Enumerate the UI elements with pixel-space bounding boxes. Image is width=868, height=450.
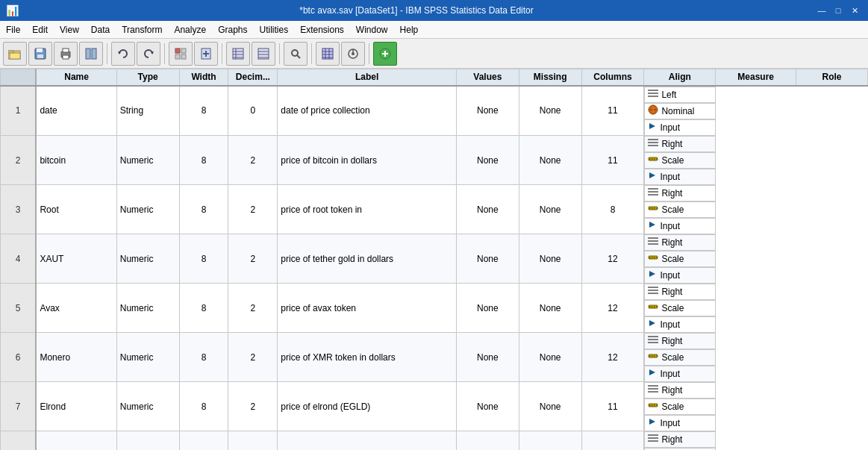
cell-role[interactable]: Input [644, 415, 715, 431]
cell-name[interactable]: XAUT [36, 234, 116, 284]
cell-decimals[interactable]: 2 [228, 333, 278, 382]
cell-missing[interactable]: None [519, 86, 581, 136]
cell-type[interactable]: Numeric [116, 185, 179, 234]
cell-label[interactable]: price of root token in [278, 185, 457, 234]
cell-align[interactable]: Right [644, 333, 715, 349]
cell-width[interactable]: 8 [179, 86, 228, 136]
header-measure[interactable]: Measure [716, 69, 796, 86]
cell-columns[interactable]: 12 [581, 333, 644, 382]
cell-measure[interactable]: Scale [644, 152, 715, 169]
cell-name[interactable]: Avax [36, 284, 116, 333]
chart-button[interactable] [341, 42, 365, 66]
table-row[interactable]: 2bitcoinNumeric82price of bitcoin in dol… [1, 136, 868, 185]
cell-measure[interactable]: Scale [644, 201, 715, 218]
cell-type[interactable]: Numeric [116, 284, 179, 333]
menu-graphs[interactable]: Graphs [212, 21, 253, 38]
split-file-button[interactable] [79, 42, 103, 66]
cell-values[interactable]: None [456, 185, 519, 234]
variable-view-table[interactable]: Name Type Width Decim... Label Values Mi… [0, 69, 868, 450]
cell-role[interactable]: Input [644, 119, 715, 136]
cell-type[interactable]: Numeric [116, 234, 179, 284]
data-view-button[interactable] [316, 42, 340, 66]
cell-role[interactable]: Input [644, 218, 715, 234]
cell-decimals[interactable]: 2 [228, 284, 278, 333]
cell-label[interactable]: price of elrond (EGLD) [278, 382, 457, 431]
menu-window[interactable]: Window [350, 21, 394, 38]
menu-help[interactable]: Help [394, 21, 425, 38]
menu-utilities[interactable]: Utilities [253, 21, 294, 38]
cell-missing[interactable]: None [519, 136, 581, 185]
cell-decimals[interactable]: 4 [228, 431, 278, 451]
cell-label[interactable]: price of avax token [278, 284, 457, 333]
cell-role[interactable]: Input [644, 366, 715, 382]
header-name[interactable]: Name [36, 69, 116, 86]
cell-values[interactable]: None [456, 284, 519, 333]
cell-label[interactable]: price of XMR token in dollars [278, 333, 457, 382]
header-role[interactable]: Role [796, 69, 868, 86]
cell-label[interactable]: price of polycub in dollars [278, 431, 457, 451]
cell-width[interactable]: 8 [179, 136, 228, 185]
cell-values[interactable]: None [456, 333, 519, 382]
cell-measure[interactable]: Scale [644, 349, 715, 366]
cell-columns[interactable]: 8 [581, 185, 644, 234]
cell-role[interactable]: Input [644, 267, 715, 284]
header-width[interactable]: Width [179, 69, 228, 86]
cell-decimals[interactable]: 2 [228, 382, 278, 431]
add-variable-button[interactable] [373, 42, 397, 66]
menu-extensions[interactable]: Extensions [294, 21, 350, 38]
cell-values[interactable]: None [456, 86, 519, 136]
cell-label[interactable]: date of price collection [278, 86, 457, 136]
cell-width[interactable]: 8 [179, 284, 228, 333]
table-row[interactable]: 8PolycubNumeric84price of polycub in dol… [1, 431, 868, 451]
cell-columns[interactable]: 10 [581, 431, 644, 451]
select-cases-button[interactable] [169, 42, 193, 66]
undo-button[interactable] [111, 42, 135, 66]
header-values[interactable]: Values [456, 69, 519, 86]
cell-name[interactable]: Elrond [36, 382, 116, 431]
cell-columns[interactable]: 12 [581, 234, 644, 284]
cell-measure[interactable]: Scale [644, 300, 715, 316]
cell-align[interactable]: Right [644, 382, 715, 399]
minimize-button[interactable]: — [814, 4, 829, 17]
header-label[interactable]: Label [278, 69, 457, 86]
cell-type[interactable]: String [116, 86, 179, 136]
cell-role[interactable]: Input [644, 169, 715, 185]
cell-values[interactable]: None [456, 234, 519, 284]
cell-type[interactable]: Numeric [116, 333, 179, 382]
cell-measure[interactable]: Nominal [644, 103, 715, 119]
find-button[interactable] [284, 42, 307, 66]
cell-missing[interactable]: None [519, 333, 581, 382]
close-button[interactable]: ✕ [847, 4, 862, 17]
header-columns[interactable]: Columns [581, 69, 644, 86]
header-align[interactable]: Align [644, 69, 716, 86]
cell-label[interactable]: price of bitcoin in dollars [278, 136, 457, 185]
save-button[interactable] [28, 42, 52, 66]
cell-name[interactable]: Root [36, 185, 116, 234]
data-editor-button[interactable] [252, 42, 275, 66]
value-labels-button[interactable] [226, 42, 250, 66]
menu-view[interactable]: View [54, 21, 85, 38]
cell-width[interactable]: 8 [179, 234, 228, 284]
cell-columns[interactable]: 12 [581, 284, 644, 333]
cell-align[interactable]: Right [644, 136, 715, 152]
cell-type[interactable]: Numeric [116, 136, 179, 185]
menu-analyze[interactable]: Analyze [168, 21, 212, 38]
menu-data[interactable]: Data [85, 21, 116, 38]
cell-name[interactable]: Polycub [36, 431, 116, 451]
redo-button[interactable] [137, 42, 160, 66]
menu-transform[interactable]: Transform [116, 21, 168, 38]
cell-align[interactable]: Right [644, 234, 715, 251]
header-type[interactable]: Type [116, 69, 179, 86]
cell-columns[interactable]: 11 [581, 382, 644, 431]
cell-align[interactable]: Right [644, 431, 715, 448]
table-row[interactable]: 7ElrondNumeric82price of elrond (EGLD)No… [1, 382, 868, 431]
cell-measure[interactable]: Scale [644, 251, 715, 267]
table-row[interactable]: 6MoneroNumeric82price of XMR token in do… [1, 333, 868, 382]
table-row[interactable]: 1dateString80date of price collectionNon… [1, 86, 868, 136]
cell-measure[interactable]: Scale [644, 448, 715, 451]
cell-missing[interactable]: None [519, 234, 581, 284]
cell-width[interactable]: 8 [179, 382, 228, 431]
cell-missing[interactable]: None [519, 284, 581, 333]
cell-name[interactable]: Monero [36, 333, 116, 382]
cell-width[interactable]: 8 [179, 431, 228, 451]
